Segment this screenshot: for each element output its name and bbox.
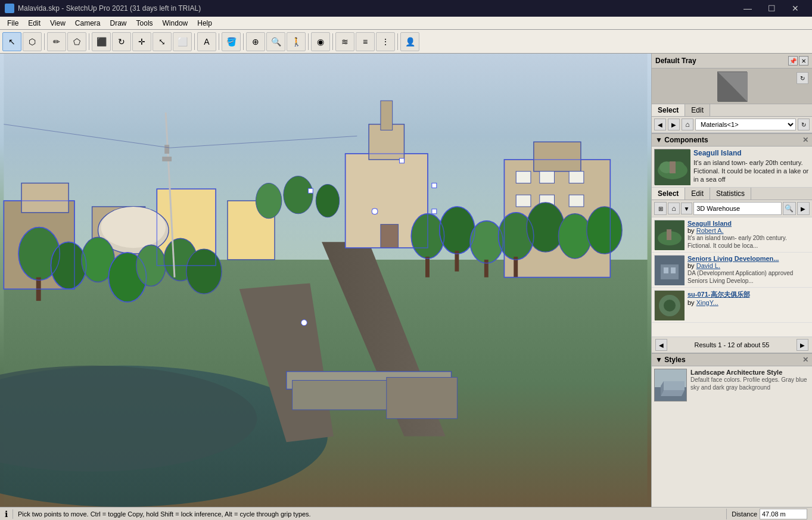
svg-line-71 [4, 124, 170, 148]
result-author-2[interactable]: David L. [696, 262, 720, 269]
materials-toolbar: ◀ ▶ ⌂ Materials<1> ↻ [652, 117, 812, 133]
svg-point-3 [0, 366, 257, 472]
svg-marker-4 [322, 242, 446, 436]
menu-bar: File Edit View Camera Draw Tools Window … [0, 17, 812, 30]
svg-point-45 [558, 214, 591, 259]
rotate-button[interactable]: ↻ [112, 32, 131, 51]
grid-view-button[interactable]: ⊞ [654, 202, 667, 215]
maximize-button[interactable]: ☐ [760, 0, 783, 17]
results-next-button[interactable]: ▶ [797, 339, 808, 351]
menu-view[interactable]: View [45, 18, 70, 29]
toolbar-separator-3 [194, 33, 195, 50]
materials-dropdown[interactable]: Materials<1> [695, 119, 796, 130]
result-title-3[interactable]: su-071-高尔夫俱乐部 [687, 290, 750, 299]
svg-point-47 [256, 183, 281, 218]
move-button[interactable]: ✛ [132, 32, 151, 51]
component-search-button[interactable]: 🔍 [783, 202, 795, 215]
menu-window[interactable]: Window [158, 18, 193, 29]
mat-fwd-button[interactable]: ▶ [668, 119, 680, 130]
comp-nav-button[interactable]: ▼ [681, 203, 692, 214]
component-name: Seagull Island [693, 149, 810, 158]
comp-home-button[interactable]: ⌂ [668, 203, 679, 214]
result-item[interactable]: su-071-高尔夫俱乐部 by XingY... [652, 288, 812, 323]
result-author-1[interactable]: Robert A. [696, 227, 724, 234]
svg-rect-64 [432, 183, 437, 188]
menu-edit[interactable]: Edit [23, 18, 45, 29]
offset-button[interactable]: ⬜ [173, 32, 192, 51]
svg-rect-50 [4, 201, 74, 289]
svg-point-30 [51, 242, 86, 289]
materials-refresh-button[interactable]: ↻ [797, 72, 808, 84]
eraser-tool-button[interactable]: ⬡ [23, 32, 42, 51]
menu-tools[interactable]: Tools [132, 18, 158, 29]
menu-draw[interactable]: Draw [105, 18, 132, 29]
minimize-button[interactable]: — [736, 0, 760, 17]
tape-button[interactable]: A [197, 32, 216, 51]
window-controls: — ☐ ✕ [736, 0, 807, 17]
mat-back-button[interactable]: ◀ [654, 119, 666, 130]
pencil-tool-button[interactable]: ✏ [47, 32, 66, 51]
viewport[interactable] [0, 54, 651, 507]
result-author-3[interactable]: XingY... [696, 299, 718, 306]
results-prev-button[interactable]: ◀ [655, 339, 667, 351]
comp-tab-select[interactable]: Select [652, 188, 685, 200]
toolbar: ↖ ⬡ ✏ ⬠ ⬛ ↻ ✛ ⤡ ⬜ A 🪣 ⊕ 🔍 🚶 ◉ ≋ ≡ ⋮ 👤 [0, 30, 812, 54]
axes-button[interactable]: ≋ [335, 32, 354, 51]
components-title: Components [664, 136, 708, 144]
menu-camera[interactable]: Camera [70, 18, 105, 29]
svg-marker-5 [239, 283, 334, 442]
push-pull-button[interactable]: ⬛ [92, 32, 111, 51]
result-title-1[interactable]: Seagull Island [687, 220, 810, 227]
component-search-input[interactable] [693, 202, 782, 215]
mat-home-button[interactable]: ⌂ [682, 119, 693, 130]
styles-header[interactable]: ▼ Styles ✕ [652, 354, 812, 366]
distance-input[interactable] [760, 509, 807, 519]
person-button[interactable]: 👤 [400, 32, 419, 51]
paint-button[interactable]: 🪣 [222, 32, 241, 51]
svg-point-34 [164, 238, 197, 281]
menu-file[interactable]: File [2, 18, 23, 29]
styles-close-button[interactable]: ✕ [802, 356, 808, 364]
svg-point-54 [18, 228, 60, 281]
result-title-2[interactable]: Seniors Living Developmen... [687, 255, 810, 262]
close-button[interactable]: ✕ [783, 0, 807, 17]
svg-rect-21 [4, 201, 74, 289]
toolbar-separator-8 [397, 33, 398, 50]
walk-button[interactable]: 🚶 [287, 32, 306, 51]
svg-marker-92 [661, 390, 685, 396]
result-thumbnail-2 [654, 255, 684, 285]
result-item[interactable]: Seagull Island by Robert A. It's an isla… [652, 217, 812, 253]
svg-rect-82 [667, 229, 671, 240]
svg-rect-9 [504, 160, 610, 278]
svg-rect-13 [569, 172, 584, 183]
comp-refresh-button[interactable]: ▶ [797, 202, 810, 215]
tray-close-button[interactable]: ✕ [799, 56, 808, 66]
menu-help[interactable]: Help [192, 18, 217, 29]
results-list[interactable]: Seagull Island by Robert A. It's an isla… [652, 217, 812, 337]
svg-rect-16 [569, 195, 584, 207]
svg-point-40 [470, 221, 503, 263]
zoom-button[interactable]: 🔍 [266, 32, 285, 51]
orbit-button[interactable]: ⊕ [246, 32, 265, 51]
comp-tab-statistics[interactable]: Statistics [710, 188, 751, 200]
scale-button[interactable]: ⤡ [153, 32, 172, 51]
svg-rect-8 [387, 378, 458, 419]
shapes-tool-button[interactable]: ⬠ [67, 32, 86, 51]
svg-point-28 [18, 228, 60, 281]
svg-point-66 [301, 320, 307, 326]
layers-button[interactable]: ≡ [356, 32, 375, 51]
select-tool-button[interactable]: ↖ [2, 32, 21, 51]
outline-button[interactable]: ⋮ [376, 32, 395, 51]
comp-tab-edit[interactable]: Edit [685, 188, 710, 200]
tray-pin-button[interactable]: 📌 [788, 56, 798, 66]
components-header[interactable]: ▼ Components ✕ [652, 134, 812, 147]
components-close-button[interactable]: ✕ [802, 136, 808, 144]
styles-title: Styles [664, 356, 685, 364]
section-button[interactable]: ◉ [311, 32, 330, 51]
result-item[interactable]: Seniors Living Developmen... by David L.… [652, 253, 812, 288]
result-info-1: Seagull Island by Robert A. It's an isla… [687, 220, 810, 250]
tab-edit[interactable]: Edit [685, 104, 710, 116]
status-info-icon: ℹ [5, 509, 8, 519]
tab-select[interactable]: Select [652, 104, 685, 116]
mat-action-button[interactable]: ↻ [798, 119, 810, 130]
